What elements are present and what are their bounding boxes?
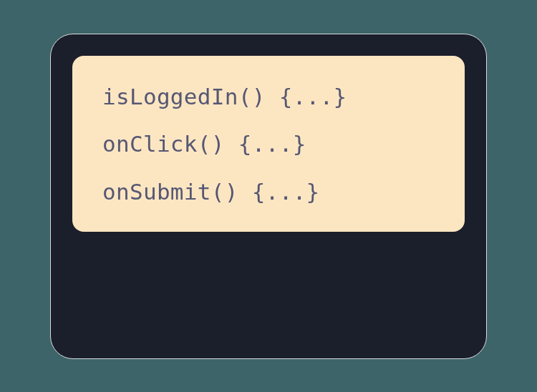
code-line: onSubmit() {...}: [102, 178, 435, 206]
code-line: isLoggedIn() {...}: [102, 83, 435, 111]
editor-frame: isLoggedIn() {...} onClick() {...} onSub…: [50, 34, 487, 359]
code-line: onClick() {...}: [102, 130, 435, 158]
code-panel: isLoggedIn() {...} onClick() {...} onSub…: [72, 56, 465, 232]
